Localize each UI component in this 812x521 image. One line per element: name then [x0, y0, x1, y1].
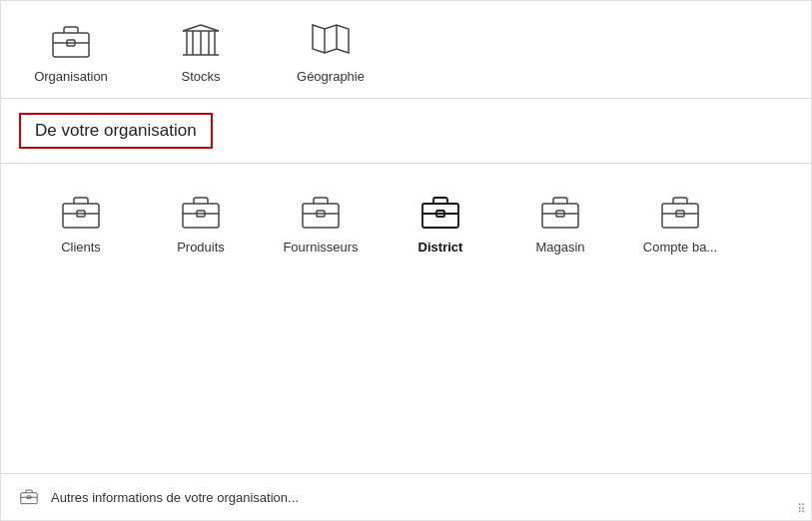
svg-rect-24	[422, 204, 458, 228]
tab-organisation-label: Organisation	[34, 69, 108, 84]
resize-handle[interactable]: ⠿	[797, 502, 806, 516]
tab-stocks[interactable]: Stocks	[161, 19, 241, 98]
footer-text: Autres informations de votre organisatio…	[51, 490, 299, 505]
svg-rect-18	[183, 204, 219, 228]
svg-rect-15	[63, 204, 99, 228]
grid-item-clients[interactable]: Clients	[21, 180, 141, 270]
svg-line-5	[183, 25, 201, 31]
district-icon	[418, 190, 462, 232]
tab-organisation[interactable]: Organisation	[31, 19, 111, 98]
svg-rect-30	[662, 204, 698, 228]
grid-item-district[interactable]: District	[381, 180, 500, 270]
produits-label: Produits	[177, 240, 225, 255]
svg-rect-21	[303, 204, 339, 228]
section-header: De votre organisation	[1, 99, 811, 164]
top-tabs: Organisation Stocks	[1, 1, 811, 99]
district-label: District	[418, 240, 463, 255]
grid-item-compte-ba[interactable]: Compte ba...	[620, 180, 740, 270]
footer-icon	[19, 486, 39, 508]
grid-item-fournisseurs[interactable]: Fournisseurs	[261, 180, 381, 270]
section-title-box: De votre organisation	[19, 113, 213, 149]
compte-ba-icon	[658, 190, 702, 232]
tab-geographie-label: Géographie	[297, 69, 365, 84]
stocks-icon	[179, 19, 223, 61]
svg-rect-33	[21, 493, 37, 504]
svg-marker-12	[313, 25, 349, 53]
section-title: De votre organisation	[35, 121, 197, 140]
geographie-icon	[309, 19, 353, 61]
compte-ba-label: Compte ba...	[643, 240, 717, 255]
clients-label: Clients	[61, 240, 101, 255]
fournisseurs-label: Fournisseurs	[283, 240, 358, 255]
fournisseurs-icon	[299, 190, 343, 232]
magasin-icon	[538, 190, 582, 232]
svg-line-6	[201, 25, 219, 31]
clients-icon	[59, 190, 103, 232]
items-grid: Clients Produits	[1, 164, 811, 280]
svg-rect-0	[53, 33, 89, 57]
tab-geographie[interactable]: Géographie	[291, 19, 371, 98]
magasin-label: Magasin	[535, 240, 584, 255]
produits-icon	[179, 190, 223, 232]
grid-item-magasin[interactable]: Magasin	[500, 180, 620, 270]
footer[interactable]: Autres informations de votre organisatio…	[1, 473, 811, 520]
main-panel: Organisation Stocks	[0, 0, 812, 521]
svg-rect-27	[542, 204, 578, 228]
organisation-icon	[49, 19, 93, 61]
tab-stocks-label: Stocks	[181, 69, 220, 84]
grid-item-produits[interactable]: Produits	[141, 180, 261, 270]
